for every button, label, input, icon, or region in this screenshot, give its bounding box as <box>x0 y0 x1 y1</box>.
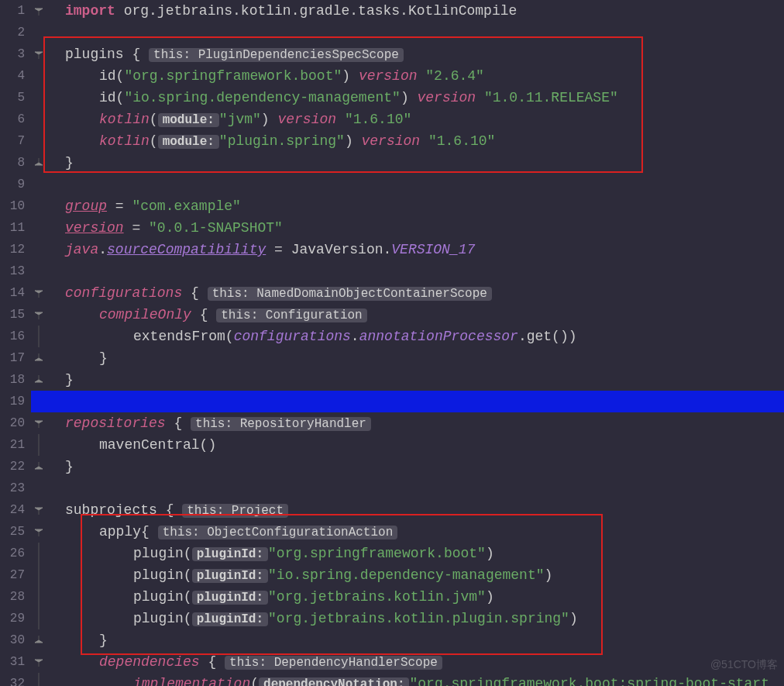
line-number[interactable]: 1 <box>0 0 31 22</box>
line-number[interactable]: 23 <box>0 477 31 499</box>
fold-gutter[interactable] <box>31 326 46 347</box>
code-line[interactable]: 2 <box>0 22 784 43</box>
line-number[interactable]: 21 <box>0 434 31 456</box>
code-line[interactable]: 18} <box>0 369 784 391</box>
code-content[interactable]: apply{ this: ObjectConfigurationAction <box>46 521 784 543</box>
code-content[interactable]: mavenCentral() <box>46 434 784 456</box>
code-content[interactable]: plugin(pluginId:"org.jetbrains.kotlin.jv… <box>46 586 784 608</box>
code-line[interactable]: 25apply{ this: ObjectConfigurationAction <box>0 521 784 543</box>
code-content[interactable] <box>46 477 784 499</box>
line-number[interactable]: 28 <box>0 586 31 608</box>
line-number[interactable]: 3 <box>0 43 31 65</box>
code-content[interactable]: configurations { this: NamedDomainObject… <box>46 282 784 305</box>
line-number[interactable]: 30 <box>0 629 31 651</box>
line-number[interactable]: 16 <box>0 326 31 347</box>
code-content[interactable]: kotlin(module:"jvm") version "1.6.10" <box>46 109 784 131</box>
line-number[interactable]: 18 <box>0 369 31 391</box>
line-number[interactable]: 20 <box>0 412 31 434</box>
code-line[interactable]: 12java.sourceCompatibility = JavaVersion… <box>0 239 784 260</box>
line-number[interactable]: 22 <box>0 456 31 477</box>
code-content[interactable]: } <box>46 152 784 174</box>
code-content[interactable]: } <box>46 369 784 391</box>
line-number[interactable]: 10 <box>0 195 31 217</box>
line-number[interactable]: 9 <box>0 174 31 195</box>
code-content[interactable] <box>46 22 784 43</box>
code-content[interactable]: id("org.springframework.boot") version "… <box>46 65 784 87</box>
code-line[interactable]: 17} <box>0 347 784 369</box>
code-line[interactable]: 20repositories { this: RepositoryHandler <box>0 412 784 434</box>
code-line[interactable]: 6kotlin(module:"jvm") version "1.6.10" <box>0 109 784 130</box>
code-content[interactable]: import org.jetbrains.kotlin.gradle.tasks… <box>46 0 784 22</box>
fold-gutter[interactable] <box>31 419 46 428</box>
fold-gutter[interactable] <box>31 608 46 629</box>
line-number[interactable]: 25 <box>0 521 31 543</box>
code-line[interactable]: 29plugin(pluginId:"org.jetbrains.kotlin.… <box>0 608 784 629</box>
code-line[interactable]: 9 <box>0 174 784 195</box>
fold-gutter[interactable] <box>31 6 46 16</box>
code-line[interactable]: 8} <box>0 152 784 174</box>
code-content[interactable]: id("io.spring.dependency-management") ve… <box>46 87 784 109</box>
fold-gutter[interactable] <box>31 657 46 667</box>
code-line[interactable]: 23 <box>0 477 784 499</box>
line-number[interactable]: 13 <box>0 260 31 282</box>
code-line[interactable]: 4id("org.springframework.boot") version … <box>0 65 784 87</box>
line-number[interactable]: 15 <box>0 304 31 326</box>
line-number[interactable]: 6 <box>0 109 31 130</box>
code-line[interactable]: 28plugin(pluginId:"org.jetbrains.kotlin.… <box>0 586 784 608</box>
code-content[interactable]: } <box>46 456 784 477</box>
code-content[interactable]: plugins { this: PluginDependenciesSpecSc… <box>46 43 784 66</box>
line-number[interactable]: 27 <box>0 564 31 586</box>
code-content[interactable]: plugin(pluginId:"org.springframework.boo… <box>46 543 784 565</box>
line-number[interactable]: 26 <box>0 543 31 564</box>
code-line[interactable]: 10group = "com.example" <box>0 195 784 217</box>
code-line[interactable]: 21mavenCentral() <box>0 434 784 456</box>
fold-gutter[interactable] <box>31 564 46 586</box>
code-content[interactable]: version = "0.0.1-SNAPSHOT" <box>46 217 784 239</box>
code-line[interactable]: 26plugin(pluginId:"org.springframework.b… <box>0 543 784 564</box>
code-content[interactable] <box>46 174 784 195</box>
fold-gutter[interactable] <box>31 673 46 686</box>
line-number[interactable]: 24 <box>0 499 31 521</box>
fold-gutter[interactable] <box>31 288 46 298</box>
code-content[interactable]: subprojects { this: Project <box>46 499 784 522</box>
code-content[interactable] <box>46 260 784 282</box>
line-number[interactable]: 5 <box>0 87 31 109</box>
code-line[interactable]: 3plugins { this: PluginDependenciesSpecS… <box>0 43 784 65</box>
fold-gutter[interactable] <box>31 158 46 167</box>
code-line[interactable]: 1import org.jetbrains.kotlin.gradle.task… <box>0 0 784 22</box>
code-content[interactable]: extendsFrom(configurations.annotationPro… <box>46 326 784 347</box>
code-content[interactable]: plugin(pluginId:"org.jetbrains.kotlin.pl… <box>46 608 784 630</box>
fold-gutter[interactable] <box>31 462 46 471</box>
fold-gutter[interactable] <box>31 636 46 645</box>
code-line[interactable]: 24subprojects { this: Project <box>0 499 784 521</box>
line-number[interactable]: 4 <box>0 65 31 87</box>
code-line[interactable]: 27plugin(pluginId:"io.spring.dependency-… <box>0 564 784 586</box>
fold-gutter[interactable] <box>31 375 46 384</box>
line-number[interactable]: 29 <box>0 608 31 629</box>
fold-gutter[interactable] <box>31 353 46 363</box>
code-content[interactable]: plugin(pluginId:"io.spring.dependency-ma… <box>46 564 784 587</box>
code-content[interactable] <box>46 391 784 412</box>
code-content[interactable]: compileOnly { this: Configuration <box>46 304 784 326</box>
code-content[interactable]: dependencies { this: DependencyHandlerSc… <box>46 651 784 674</box>
code-line[interactable]: 32implementation(dependencyNotation:"org… <box>0 673 784 686</box>
line-number[interactable]: 7 <box>0 130 31 152</box>
fold-gutter[interactable] <box>31 543 46 564</box>
fold-gutter[interactable] <box>31 527 46 536</box>
code-line[interactable]: 22} <box>0 456 784 477</box>
code-content[interactable]: java.sourceCompatibility = JavaVersion.V… <box>46 239 784 260</box>
code-line[interactable]: 31dependencies { this: DependencyHandler… <box>0 651 784 673</box>
fold-gutter[interactable] <box>31 310 46 319</box>
code-content[interactable]: } <box>46 629 784 651</box>
code-line[interactable]: 5id("io.spring.dependency-management") v… <box>0 87 784 109</box>
code-editor[interactable]: 1import org.jetbrains.kotlin.gradle.task… <box>0 0 784 686</box>
fold-gutter[interactable] <box>31 586 46 608</box>
code-line[interactable]: 7kotlin(module:"plugin.spring") version … <box>0 130 784 152</box>
line-number[interactable]: 14 <box>0 282 31 304</box>
line-number[interactable]: 8 <box>0 152 31 174</box>
code-content[interactable]: repositories { this: RepositoryHandler <box>46 412 784 435</box>
fold-gutter[interactable] <box>31 434 46 456</box>
code-content[interactable]: } <box>46 347 784 369</box>
line-number[interactable]: 32 <box>0 673 31 686</box>
code-content[interactable]: implementation(dependencyNotation:"org.s… <box>46 673 784 687</box>
